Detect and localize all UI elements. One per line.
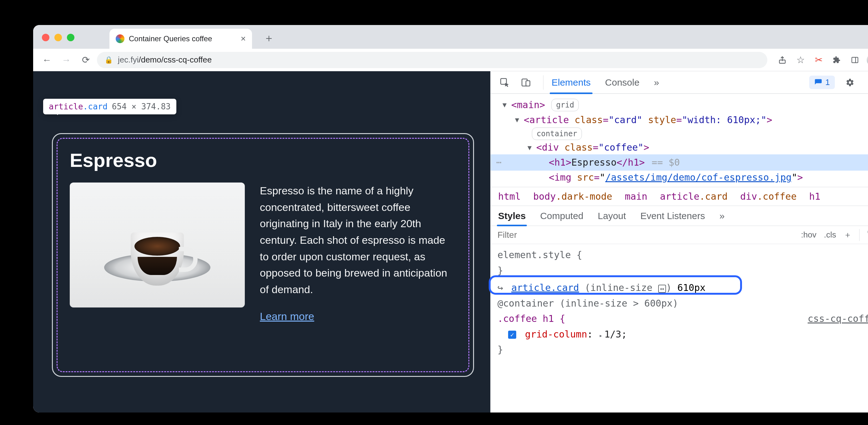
browser-window: Container Queries coffee × ＋ ▾ ← → ⟳ 🔒 j… [33,25,868,413]
rule-selector: .coffee h1 { [497,313,565,324]
issues-badge[interactable]: 1 [809,76,835,89]
card-title: Espresso [70,149,456,171]
reload-button[interactable]: ⟳ [78,52,94,68]
crumb-html: html [498,191,521,202]
inspect-icon[interactable] [499,76,510,89]
cq-selector-link[interactable]: article.card [511,282,579,293]
extensions-icon[interactable] [829,52,845,68]
cq-arrow-icon: ↪ [497,282,503,293]
new-rule-icon[interactable]: ＋ [844,229,852,240]
lock-icon: 🔒 [104,56,113,64]
subtabs-overflow-icon[interactable]: » [719,210,725,221]
devtools-tabbar: Elements Console » 1 ⋮ ✕ [491,71,868,94]
profile-avatar[interactable] [865,52,868,68]
styles-filter-input[interactable] [491,230,795,240]
tooltip-tag: article [49,102,83,111]
hov-toggle[interactable]: :hov [801,230,816,240]
subtab-styles[interactable]: Styles [498,210,526,221]
minimize-window-button[interactable] [54,34,62,41]
window-controls [42,34,74,41]
crumb-div: div.coffee [740,191,797,202]
tab-title: Container Queries coffee [129,34,212,43]
new-tab-button[interactable]: ＋ [261,31,276,45]
img-src-link[interactable]: /assets/img/demo/cof-espresso.jpg [606,172,792,183]
share-icon[interactable] [774,52,790,68]
tab-strip: Container Queries coffee × ＋ ▾ [33,25,868,49]
resize-icon[interactable]: ↔ [658,285,666,293]
crumb-body: body.dark-mode [533,191,612,202]
back-button[interactable]: ← [39,52,55,68]
address-bar[interactable]: 🔒 jec.fyi/demo/css-cq-coffee [97,52,767,68]
tab-console[interactable]: Console [605,77,640,88]
element-style-rule: element.style { [497,247,868,263]
card-description: Espresso is the name of a highly concent… [260,183,456,298]
styles-pane[interactable]: element.style { } ↪ article.card (inline… [491,244,868,364]
scissors-icon[interactable]: ✂ [810,52,827,68]
grid-badge[interactable]: grid [551,99,579,111]
article-card: Espresso Espresso is the name of a highl… [52,133,474,377]
devtools-panel: Elements Console » 1 ⋮ ✕ [490,71,868,413]
dom-main: <main> [511,98,545,112]
subtab-computed[interactable]: Computed [540,210,583,221]
issues-count: 1 [826,77,830,87]
espresso-image [70,183,245,307]
dom-breadcrumbs[interactable]: html body.dark-mode main article.card di… [491,187,868,206]
settings-icon[interactable] [844,76,856,89]
crumb-h1: h1 [809,191,820,202]
browser-toolbar: ← → ⟳ 🔒 jec.fyi/demo/css-cq-coffee ☆ ✂ ⋮ [33,49,868,71]
close-window-button[interactable] [42,34,50,41]
cls-toggle[interactable]: .cls [824,230,836,240]
svg-rect-5 [526,80,530,86]
container-badge[interactable]: container [532,128,582,140]
subtab-listeners[interactable]: Event Listeners [640,210,705,221]
tab-elements[interactable]: Elements [552,77,591,88]
dom-selected-row[interactable]: ⋯<h1>Espresso</h1>== $0 [497,155,868,170]
tooltip-class: .card [83,102,107,111]
styles-filter-bar: :hov .cls ＋ [491,226,868,244]
bookmark-icon[interactable]: ☆ [792,52,809,68]
rendered-page: article.card654 × 374.83 Espresso Espres… [33,71,490,413]
css-property[interactable]: grid-column [525,329,587,340]
forward-button[interactable]: → [58,52,74,68]
favicon-icon [116,34,124,43]
devtools-menu-icon[interactable]: ⋮ [864,76,868,89]
element-tooltip: article.card654 × 374.83 [43,99,176,115]
learn-more-link[interactable]: Learn more [260,310,314,323]
tooltip-dimensions: 654 × 374.83 [112,102,171,111]
cq-value: 610px [677,282,705,293]
toolbar-right: ☆ ✂ ⋮ [774,52,868,68]
svg-rect-1 [852,57,858,63]
subtab-layout[interactable]: Layout [598,210,626,221]
url-path: /demo/css-cq-coffee [138,55,212,64]
tabs-overflow-icon[interactable]: » [654,77,659,88]
crumb-main: main [625,191,647,202]
css-value[interactable]: 1/3; [604,329,627,340]
browser-tab[interactable]: Container Queries coffee × [110,29,252,49]
source-link[interactable]: css-cq-coffee:45 [808,311,868,327]
device-toggle-icon[interactable] [520,76,532,89]
url-host: jec.fyi [118,55,138,64]
eq-zero: == $0 [652,155,680,170]
close-tab-icon[interactable]: × [241,34,246,44]
crumb-article: article.card [660,191,727,202]
dom-tree[interactable]: ▼<main>grid ▼<article class="card" style… [491,94,868,187]
maximize-window-button[interactable] [67,34,74,41]
styles-tabs: Styles Computed Layout Event Listeners » [491,206,868,226]
property-checkbox[interactable]: ✓ [508,331,516,339]
content-split: article.card654 × 374.83 Espresso Espres… [33,71,868,413]
side-panel-icon[interactable] [847,52,863,68]
at-container-rule: @container (inline-size > 600px) [497,298,678,309]
